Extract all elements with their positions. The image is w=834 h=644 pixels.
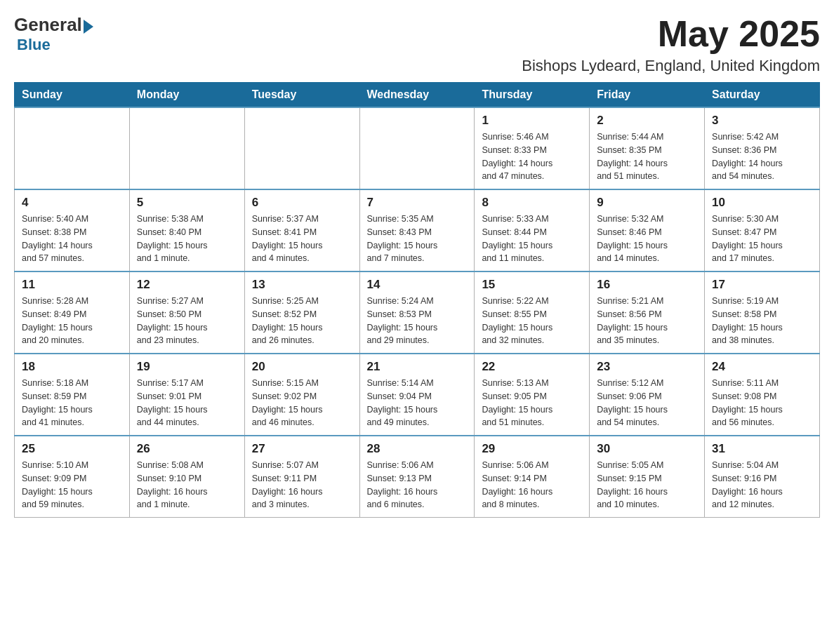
day-info: Sunrise: 5:21 AM Sunset: 8:56 PM Dayligh…	[597, 295, 697, 347]
day-info: Sunrise: 5:46 AM Sunset: 8:33 PM Dayligh…	[482, 130, 582, 183]
calendar-cell: 25Sunrise: 5:10 AM Sunset: 9:09 PM Dayli…	[15, 436, 130, 518]
day-number: 16	[597, 278, 697, 292]
day-info: Sunrise: 5:27 AM Sunset: 8:50 PM Dayligh…	[137, 295, 237, 347]
calendar-cell: 6Sunrise: 5:37 AM Sunset: 8:41 PM Daylig…	[244, 189, 359, 271]
calendar-header-tuesday: Tuesday	[244, 83, 359, 108]
day-info: Sunrise: 5:15 AM Sunset: 9:02 PM Dayligh…	[252, 377, 352, 429]
week-row-5: 25Sunrise: 5:10 AM Sunset: 9:09 PM Dayli…	[15, 436, 820, 518]
day-info: Sunrise: 5:32 AM Sunset: 8:46 PM Dayligh…	[597, 213, 697, 265]
calendar-cell: 17Sunrise: 5:19 AM Sunset: 8:58 PM Dayli…	[705, 271, 820, 354]
day-info: Sunrise: 5:14 AM Sunset: 9:04 PM Dayligh…	[367, 377, 468, 429]
week-row-2: 4Sunrise: 5:40 AM Sunset: 8:38 PM Daylig…	[15, 189, 820, 271]
calendar-cell: 9Sunrise: 5:32 AM Sunset: 8:46 PM Daylig…	[590, 189, 705, 271]
day-info: Sunrise: 5:35 AM Sunset: 8:43 PM Dayligh…	[367, 213, 468, 265]
day-number: 11	[22, 278, 122, 292]
day-info: Sunrise: 5:08 AM Sunset: 9:10 PM Dayligh…	[137, 459, 237, 511]
day-info: Sunrise: 5:40 AM Sunset: 8:38 PM Dayligh…	[22, 213, 122, 265]
day-number: 20	[252, 360, 352, 374]
day-info: Sunrise: 5:13 AM Sunset: 9:05 PM Dayligh…	[482, 377, 582, 429]
day-number: 14	[367, 278, 468, 292]
logo-general: General	[14, 14, 82, 36]
calendar-cell: 10Sunrise: 5:30 AM Sunset: 8:47 PM Dayli…	[705, 189, 820, 271]
calendar-cell: 2Sunrise: 5:44 AM Sunset: 8:35 PM Daylig…	[590, 107, 705, 189]
day-number: 29	[482, 442, 582, 456]
calendar-cell: 29Sunrise: 5:06 AM Sunset: 9:14 PM Dayli…	[475, 436, 590, 518]
calendar-cell: 22Sunrise: 5:13 AM Sunset: 9:05 PM Dayli…	[475, 354, 590, 436]
day-number: 15	[482, 278, 582, 292]
day-info: Sunrise: 5:25 AM Sunset: 8:52 PM Dayligh…	[252, 295, 352, 347]
day-info: Sunrise: 5:28 AM Sunset: 8:49 PM Dayligh…	[22, 295, 122, 347]
calendar-cell: 7Sunrise: 5:35 AM Sunset: 8:43 PM Daylig…	[359, 189, 475, 271]
day-number: 22	[482, 360, 582, 374]
day-number: 26	[137, 442, 237, 456]
day-info: Sunrise: 5:19 AM Sunset: 8:58 PM Dayligh…	[712, 295, 812, 347]
calendar-cell: 26Sunrise: 5:08 AM Sunset: 9:10 PM Dayli…	[129, 436, 244, 518]
day-number: 5	[137, 196, 237, 210]
month-title: May 2025	[522, 14, 820, 54]
calendar-header-monday: Monday	[129, 83, 244, 108]
calendar-cell: 20Sunrise: 5:15 AM Sunset: 9:02 PM Dayli…	[244, 354, 359, 436]
day-number: 19	[137, 360, 237, 374]
day-number: 28	[367, 442, 468, 456]
calendar-header-friday: Friday	[590, 83, 705, 108]
calendar-cell: 24Sunrise: 5:11 AM Sunset: 9:08 PM Dayli…	[705, 354, 820, 436]
day-number: 12	[137, 278, 237, 292]
day-info: Sunrise: 5:11 AM Sunset: 9:08 PM Dayligh…	[712, 377, 812, 429]
logo-blue: Blue	[17, 36, 51, 54]
calendar-cell	[244, 107, 359, 189]
day-info: Sunrise: 5:44 AM Sunset: 8:35 PM Dayligh…	[597, 130, 697, 183]
day-number: 13	[252, 278, 352, 292]
day-info: Sunrise: 5:37 AM Sunset: 8:41 PM Dayligh…	[252, 213, 352, 265]
day-number: 4	[22, 196, 122, 210]
day-info: Sunrise: 5:06 AM Sunset: 9:14 PM Dayligh…	[482, 459, 582, 511]
day-number: 17	[712, 278, 812, 292]
day-info: Sunrise: 5:24 AM Sunset: 8:53 PM Dayligh…	[367, 295, 468, 347]
day-info: Sunrise: 5:42 AM Sunset: 8:36 PM Dayligh…	[712, 130, 812, 183]
calendar-cell: 31Sunrise: 5:04 AM Sunset: 9:16 PM Dayli…	[705, 436, 820, 518]
logo-arrow-icon	[84, 20, 93, 34]
day-number: 23	[597, 360, 697, 374]
day-info: Sunrise: 5:10 AM Sunset: 9:09 PM Dayligh…	[22, 459, 122, 511]
day-number: 18	[22, 360, 122, 374]
day-number: 31	[712, 442, 812, 456]
day-info: Sunrise: 5:30 AM Sunset: 8:47 PM Dayligh…	[712, 213, 812, 265]
calendar-cell: 11Sunrise: 5:28 AM Sunset: 8:49 PM Dayli…	[15, 271, 130, 354]
logo: General Blue	[14, 14, 93, 54]
location-title: Bishops Lydeard, England, United Kingdom	[522, 57, 820, 75]
calendar-cell: 18Sunrise: 5:18 AM Sunset: 8:59 PM Dayli…	[15, 354, 130, 436]
calendar-header-wednesday: Wednesday	[359, 83, 475, 108]
week-row-4: 18Sunrise: 5:18 AM Sunset: 8:59 PM Dayli…	[15, 354, 820, 436]
day-number: 7	[367, 196, 468, 210]
week-row-3: 11Sunrise: 5:28 AM Sunset: 8:49 PM Dayli…	[15, 271, 820, 354]
calendar-cell: 21Sunrise: 5:14 AM Sunset: 9:04 PM Dayli…	[359, 354, 475, 436]
calendar-cell: 3Sunrise: 5:42 AM Sunset: 8:36 PM Daylig…	[705, 107, 820, 189]
calendar-cell: 16Sunrise: 5:21 AM Sunset: 8:56 PM Dayli…	[590, 271, 705, 354]
day-number: 9	[597, 196, 697, 210]
title-block: May 2025 Bishops Lydeard, England, Unite…	[522, 14, 820, 75]
day-number: 21	[367, 360, 468, 374]
calendar-cell: 19Sunrise: 5:17 AM Sunset: 9:01 PM Dayli…	[129, 354, 244, 436]
day-info: Sunrise: 5:07 AM Sunset: 9:11 PM Dayligh…	[252, 459, 352, 511]
calendar-cell	[129, 107, 244, 189]
calendar-cell: 12Sunrise: 5:27 AM Sunset: 8:50 PM Dayli…	[129, 271, 244, 354]
day-info: Sunrise: 5:17 AM Sunset: 9:01 PM Dayligh…	[137, 377, 237, 429]
day-number: 8	[482, 196, 582, 210]
day-info: Sunrise: 5:04 AM Sunset: 9:16 PM Dayligh…	[712, 459, 812, 511]
day-number: 2	[597, 114, 697, 128]
calendar-cell: 28Sunrise: 5:06 AM Sunset: 9:13 PM Dayli…	[359, 436, 475, 518]
page-header: General Blue May 2025 Bishops Lydeard, E…	[14, 14, 820, 75]
calendar-cell: 5Sunrise: 5:38 AM Sunset: 8:40 PM Daylig…	[129, 189, 244, 271]
week-row-1: 1Sunrise: 5:46 AM Sunset: 8:33 PM Daylig…	[15, 107, 820, 189]
calendar-cell: 30Sunrise: 5:05 AM Sunset: 9:15 PM Dayli…	[590, 436, 705, 518]
calendar-cell	[359, 107, 475, 189]
day-info: Sunrise: 5:05 AM Sunset: 9:15 PM Dayligh…	[597, 459, 697, 511]
day-info: Sunrise: 5:12 AM Sunset: 9:06 PM Dayligh…	[597, 377, 697, 429]
calendar-cell: 14Sunrise: 5:24 AM Sunset: 8:53 PM Dayli…	[359, 271, 475, 354]
calendar-cell: 23Sunrise: 5:12 AM Sunset: 9:06 PM Dayli…	[590, 354, 705, 436]
calendar-cell: 4Sunrise: 5:40 AM Sunset: 8:38 PM Daylig…	[15, 189, 130, 271]
day-info: Sunrise: 5:22 AM Sunset: 8:55 PM Dayligh…	[482, 295, 582, 347]
calendar-header-sunday: Sunday	[15, 83, 130, 108]
day-number: 24	[712, 360, 812, 374]
day-info: Sunrise: 5:38 AM Sunset: 8:40 PM Dayligh…	[137, 213, 237, 265]
calendar-cell: 27Sunrise: 5:07 AM Sunset: 9:11 PM Dayli…	[244, 436, 359, 518]
